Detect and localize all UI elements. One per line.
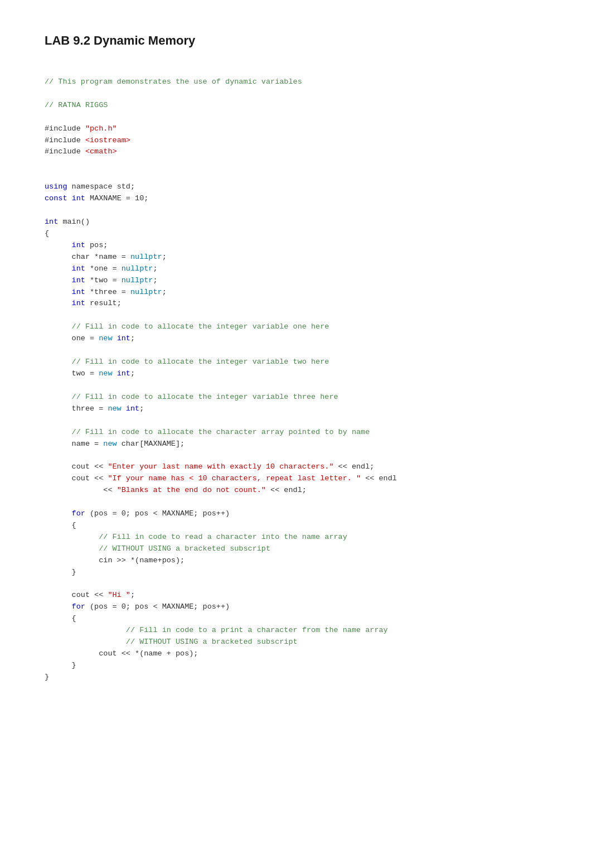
- code-block: // This program demonstrates the use of …: [45, 65, 547, 683]
- page-title: LAB 9.2 Dynamic Memory: [45, 33, 547, 48]
